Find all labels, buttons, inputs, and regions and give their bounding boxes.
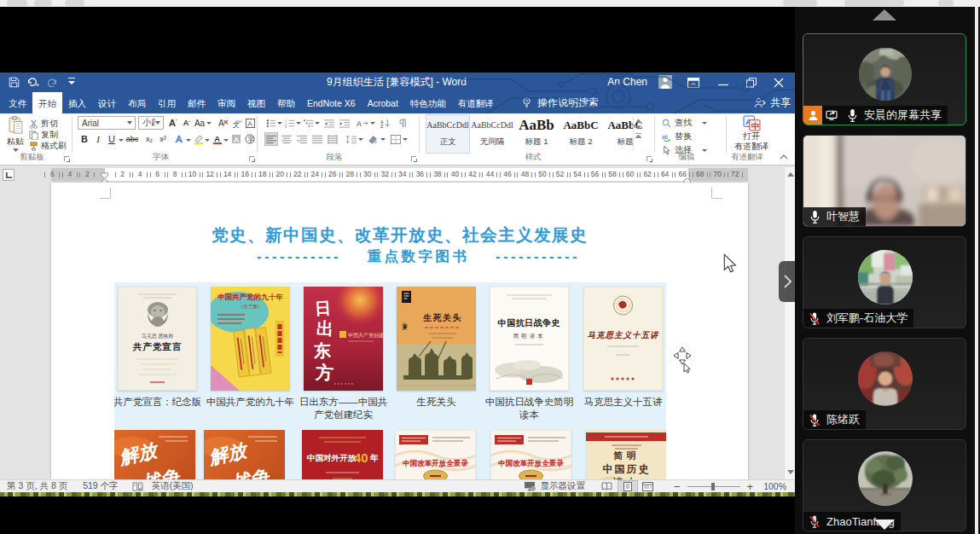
undo-button[interactable] bbox=[27, 73, 39, 92]
horizontal-ruler[interactable]: 6422468101214161820222426283032343638404… bbox=[51, 168, 748, 181]
participant-tile[interactable]: 刘军鹏-石油大学 bbox=[803, 236, 966, 328]
monitor-settings[interactable]: 显示器设置 bbox=[524, 480, 585, 492]
scroll-up-arrow[interactable] bbox=[785, 169, 795, 180]
account-avatar[interactable] bbox=[658, 75, 673, 90]
paste-button[interactable]: 粘贴 bbox=[3, 116, 27, 155]
distribute-button[interactable] bbox=[326, 132, 339, 146]
zoom-slider-thumb[interactable] bbox=[711, 483, 715, 490]
numbering-button[interactable]: 123 bbox=[283, 116, 297, 130]
scroll-participants-up-arrow[interactable] bbox=[873, 9, 896, 20]
align-left-button[interactable] bbox=[264, 132, 278, 146]
superscript-button[interactable]: x² bbox=[156, 132, 170, 146]
zoom-in-button[interactable]: + bbox=[747, 480, 754, 493]
close-button[interactable] bbox=[766, 73, 792, 92]
multilevel-list-button[interactable] bbox=[302, 116, 316, 130]
account-name[interactable]: An Chen bbox=[607, 73, 647, 92]
sort-button[interactable]: AZ bbox=[379, 116, 392, 130]
phonetic-guide-button[interactable]: 文wen bbox=[229, 116, 243, 130]
zoom-out-button[interactable]: − bbox=[674, 480, 681, 493]
ribbon-tab-特色功能[interactable]: 特色功能 bbox=[404, 92, 452, 113]
subscript-button[interactable]: x₂ bbox=[142, 132, 156, 146]
styles-dialog-launcher[interactable] bbox=[647, 156, 652, 161]
borders-button[interactable] bbox=[391, 132, 408, 146]
shrink-font-button[interactable]: Aˇ bbox=[180, 116, 194, 130]
ribbon-tab-视图[interactable]: 视图 bbox=[241, 92, 271, 113]
highlight-button[interactable] bbox=[192, 132, 206, 146]
font-color-button[interactable]: A bbox=[211, 132, 224, 146]
style-card-标题 1[interactable]: AaBb标题 1 bbox=[515, 115, 558, 153]
ribbon-tab-Acrobat[interactable]: Acrobat bbox=[362, 92, 404, 113]
paragraph-dialog-launcher[interactable] bbox=[411, 156, 416, 161]
zoom-level[interactable]: 100% bbox=[763, 481, 786, 491]
underline-button[interactable]: U bbox=[105, 132, 119, 146]
ribbon-display-options-button[interactable] bbox=[681, 73, 706, 92]
cut-button[interactable]: 剪切 bbox=[29, 118, 58, 130]
ribbon-tab-有道翻译[interactable]: 有道翻译 bbox=[452, 92, 500, 113]
style-card-无间隔[interactable]: AaBbCcDdl无间隔 bbox=[471, 115, 513, 153]
style-card-标题 2[interactable]: AaBbC标题 2 bbox=[560, 115, 602, 153]
clipboard-dialog-launcher[interactable] bbox=[64, 156, 69, 161]
ribbon-tab-插入[interactable]: 插入 bbox=[62, 92, 92, 113]
decrease-indent-button[interactable] bbox=[322, 116, 336, 130]
replace-button[interactable]: ab 替换 bbox=[662, 131, 692, 142]
page-indicator[interactable]: 第 3 页, 共 8 页 bbox=[7, 480, 67, 492]
participant-tile[interactable]: 陈绪跃 bbox=[803, 338, 966, 430]
find-button[interactable]: 查找 bbox=[662, 117, 707, 129]
redo-button-disabled[interactable] bbox=[48, 73, 58, 92]
line-spacing-button[interactable] bbox=[346, 132, 363, 146]
participant-tile-sharing[interactable]: 安晨的屏幕共享 bbox=[803, 33, 966, 125]
ribbon-tab-开始[interactable]: 开始 bbox=[32, 92, 62, 113]
copy-button[interactable]: 复制 bbox=[29, 129, 58, 141]
web-layout-button[interactable] bbox=[638, 480, 658, 493]
save-icon[interactable] bbox=[9, 73, 20, 92]
clear-formatting-button[interactable]: A bbox=[216, 116, 229, 130]
ribbon-tab-布局[interactable]: 布局 bbox=[122, 92, 152, 113]
underline-dropdown[interactable] bbox=[119, 139, 124, 142]
meeting-panel-expand-tab[interactable] bbox=[779, 261, 795, 302]
document-page[interactable]: 党史、新中国史、改革开放史、社会主义发展史 ----------- 重点数字图书… bbox=[51, 183, 748, 479]
restore-button[interactable] bbox=[739, 73, 764, 92]
participant-tile[interactable]: ZhaoTianfang bbox=[803, 439, 966, 531]
document-scrollbar[interactable] bbox=[784, 167, 795, 479]
tab-stop-selector[interactable] bbox=[3, 169, 14, 181]
italic-button[interactable]: I bbox=[91, 132, 105, 146]
asian-layout-button[interactable]: A bbox=[357, 116, 375, 130]
qat-customize-dropdown[interactable] bbox=[68, 73, 75, 92]
language-indicator[interactable]: 英语(美国) bbox=[152, 480, 194, 492]
ribbon-tab-引用[interactable]: 引用 bbox=[152, 92, 182, 113]
share-button[interactable]: 共享 bbox=[754, 92, 791, 113]
ribbon-tab-帮助[interactable]: 帮助 bbox=[271, 92, 301, 113]
style-card-正文[interactable]: AaBbCcDdl正文 bbox=[426, 115, 469, 153]
bold-button[interactable]: B bbox=[78, 132, 91, 146]
character-border-button[interactable]: A bbox=[243, 116, 257, 130]
text-effects-button[interactable]: A bbox=[173, 132, 187, 146]
styles-scrollbar[interactable] bbox=[633, 117, 643, 151]
strikethrough-button[interactable]: abc bbox=[125, 132, 139, 146]
align-right-button[interactable] bbox=[295, 132, 309, 146]
align-center-button[interactable] bbox=[280, 132, 293, 146]
youdao-translate-button[interactable]: A中 打开 有道翻译 bbox=[732, 115, 771, 152]
ribbon-tab-邮件[interactable]: 邮件 bbox=[182, 92, 212, 113]
grow-font-button[interactable]: Aˆ bbox=[166, 116, 180, 130]
bullets-button[interactable] bbox=[264, 116, 278, 130]
print-layout-button[interactable] bbox=[618, 480, 638, 493]
zoom-slider[interactable] bbox=[687, 480, 740, 493]
tell-me-search[interactable]: 操作说明搜索 bbox=[522, 92, 599, 113]
minimize-button[interactable] bbox=[710, 73, 736, 92]
participant-tile-video[interactable]: 叶智慧 bbox=[803, 135, 966, 227]
read-mode-button[interactable] bbox=[597, 480, 618, 493]
justify-button[interactable] bbox=[310, 132, 324, 146]
scroll-participants-down-arrow[interactable] bbox=[874, 519, 895, 530]
ribbon-tab-审阅[interactable]: 审阅 bbox=[212, 92, 241, 113]
ribbon-tab-文件[interactable]: 文件 bbox=[3, 92, 32, 113]
scroll-down-arrow[interactable] bbox=[785, 467, 795, 478]
right-edge-scrollbar[interactable] bbox=[975, 7, 978, 534]
character-shading-button[interactable]: A bbox=[229, 132, 243, 146]
ribbon-tab-设计[interactable]: 设计 bbox=[92, 92, 122, 113]
format-painter-button[interactable]: 格式刷 bbox=[29, 140, 67, 152]
spellcheck-icon[interactable] bbox=[132, 482, 143, 491]
font-dialog-launcher[interactable] bbox=[249, 156, 254, 161]
change-case-button[interactable]: Aa bbox=[194, 116, 212, 130]
font-name-combo[interactable]: Arial bbox=[78, 116, 136, 130]
font-size-combo[interactable]: 小四 bbox=[138, 116, 164, 130]
